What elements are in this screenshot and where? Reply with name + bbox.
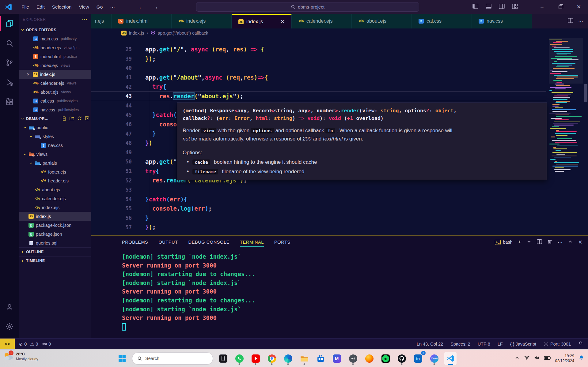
new-file-icon[interactable] (62, 116, 66, 122)
tree-item-header-ejs[interactable]: <%header.ejs (19, 176, 91, 185)
editor-tab-index-js[interactable]: JSindex.js✕ (232, 14, 292, 28)
taskbar-app-edge[interactable] (282, 352, 294, 365)
menu-item-file[interactable]: File (18, 3, 33, 11)
activity-scm-icon[interactable] (0, 53, 19, 73)
restore-button[interactable] (551, 0, 570, 14)
tree-item-package-lock-json[interactable]: {}package-lock.json (19, 221, 91, 230)
open-editor-item[interactable]: <%about.ejsviews (19, 88, 91, 96)
editor-tab-index-ejs[interactable]: <%index.ejs (172, 14, 232, 28)
taskbar-app-github[interactable] (396, 352, 408, 365)
open-editor-item[interactable]: <%index.ejsviews (19, 61, 91, 70)
taskbar-app-phone-link[interactable] (217, 352, 229, 365)
code-editor[interactable]: 25app.get("/", async (req, res) => {39})… (91, 38, 588, 235)
scrollbar-thumb[interactable] (584, 84, 587, 102)
open-editor-item[interactable]: ×JSindex.js (19, 70, 91, 79)
menu-item-go[interactable]: Go (93, 3, 107, 11)
taskbar-search[interactable]: Search (132, 352, 213, 365)
customize-layout-icon[interactable] (512, 4, 518, 10)
activity-search-icon[interactable] (0, 33, 19, 53)
start-button[interactable] (116, 352, 128, 365)
panel-tab-output[interactable]: OUTPUT (158, 236, 178, 249)
back-arrow-icon[interactable]: ← (138, 3, 144, 10)
taskbar-app-spotify[interactable] (379, 352, 392, 365)
maximize-panel-icon[interactable] (568, 239, 573, 245)
battery-icon[interactable] (544, 356, 551, 361)
minimize-button[interactable]: – (533, 0, 551, 14)
taskbar-app-settings[interactable] (347, 352, 359, 365)
status-lf[interactable]: LF (498, 342, 503, 346)
menu-item-edit[interactable]: Edit (33, 3, 48, 11)
tree-item-package-json[interactable]: {}package.json (19, 230, 91, 238)
open-editor-item[interactable]: <%header.ejsviews\p... (19, 43, 91, 52)
taskbar-app-youtube[interactable] (249, 352, 262, 365)
taskbar-app-linkedin[interactable]: in2 (412, 352, 424, 365)
open-editors-header[interactable]: OPEN EDITORS (19, 25, 91, 34)
tree-item-about-ejs[interactable]: <%about.ejs (19, 185, 91, 194)
tree-item-nav-css[interactable]: 3nav.css (19, 141, 91, 150)
tab-close-icon[interactable]: ✕ (280, 18, 285, 25)
close-button[interactable]: ✕ (570, 0, 588, 14)
activity-debug-icon[interactable] (0, 73, 19, 92)
tree-item-queries-sql[interactable]: queries.sql (19, 238, 91, 247)
more-actions-icon[interactable]: ⋯ (578, 18, 583, 24)
command-center-search[interactable]: dbms-project (196, 2, 419, 12)
explorer-more-icon[interactable]: ⋯ (82, 16, 88, 23)
minimap[interactable] (549, 39, 583, 210)
taskbar-app-firefox[interactable] (363, 352, 375, 365)
editor-tab-cal-css[interactable]: 3cal.css (412, 14, 472, 28)
taskbar-app-whatsapp[interactable] (233, 352, 245, 365)
editor-tab-nav-css[interactable]: 3nav.css (472, 14, 532, 28)
panel-tab-debug-console[interactable]: DEBUG CONSOLE (188, 236, 230, 249)
refresh-icon[interactable] (77, 116, 82, 122)
open-editor-item[interactable]: <%calender.ejsviews (19, 79, 91, 88)
menu-item-view[interactable]: View (75, 3, 93, 11)
menu-item-[interactable]: ··· (106, 3, 119, 11)
notification-bell-icon[interactable] (578, 355, 584, 362)
project-section-header[interactable]: DBMS-PR... (19, 114, 91, 123)
broadcast-status[interactable]: 0 (42, 342, 51, 346)
open-editor-item[interactable]: 3nav.csspublic\styles (19, 105, 91, 114)
terminal-dropdown-icon[interactable] (526, 239, 532, 245)
activity-extensions-icon[interactable] (0, 92, 19, 112)
panel-tab-problems[interactable]: PROBLEMS (122, 236, 148, 249)
close-editor-icon[interactable]: × (26, 72, 31, 77)
new-terminal-icon[interactable]: + (518, 239, 521, 245)
activity-explorer-icon[interactable] (0, 14, 19, 33)
notifications-bell-icon[interactable] (578, 341, 583, 347)
forward-arrow-icon[interactable]: → (152, 3, 158, 10)
taskbar-clock[interactable]: 19:29 02/12/2024 (555, 354, 574, 364)
taskbar-app-vscode[interactable] (444, 352, 457, 365)
taskbar-app-microsoft-store[interactable] (314, 352, 327, 365)
status-utf-8[interactable]: UTF-8 (478, 342, 490, 346)
breadcrumb[interactable]: JS index.js › app.get("/about") callback (91, 28, 588, 38)
terminal-output[interactable]: [nodemon] starting `node index.js`Server… (91, 249, 588, 331)
problems-status[interactable]: ⊘0 ⚠0 (19, 342, 38, 346)
remote-indicator[interactable]: >< (0, 339, 15, 350)
shell-selector[interactable]: >_ bash (495, 240, 512, 245)
tree-item-styles[interactable]: ≡styles (19, 132, 91, 141)
toggle-sidebar-icon[interactable] (472, 4, 478, 10)
tree-item-partials[interactable]: +partials (19, 159, 91, 167)
status-port--3001[interactable]: Port: 3001 (544, 342, 571, 346)
panel-tab-ports[interactable]: PORTS (274, 236, 290, 249)
editor-tab-index-html[interactable]: 5index.html (112, 14, 172, 28)
weather-widget[interactable]: 1 26°C Mostly cloudy (3, 352, 38, 361)
panel-tab-terminal[interactable]: TERMINAL (240, 236, 264, 249)
editor-tab-calender-ejs[interactable]: <%calender.ejs (292, 14, 352, 28)
tree-item-footer-ejs[interactable]: <%footer.ejs (19, 167, 91, 176)
kill-terminal-icon[interactable] (547, 239, 552, 245)
open-editor-item[interactable]: 3main.csspublic\sty... (19, 34, 91, 43)
open-editor-item[interactable]: 3cal.csspublic\styles (19, 96, 91, 105)
taskbar-app-microsoft-365[interactable]: M (331, 352, 343, 365)
panel-more-icon[interactable]: ⋯ (558, 239, 563, 245)
breadcrumb-file[interactable]: index.js (129, 31, 144, 36)
activity-gear-icon[interactable] (0, 317, 19, 336)
outline-section[interactable]: OUTLINE (19, 247, 91, 256)
editor-tab-about-ejs[interactable]: <%about.ejs (352, 14, 412, 28)
toggle-secondary-sidebar-icon[interactable] (499, 4, 505, 10)
tree-item-public[interactable]: ⊕public (19, 123, 91, 132)
taskbar-app-file-explorer[interactable] (298, 352, 310, 365)
volume-icon[interactable] (534, 355, 540, 361)
editor-tab-r-ejs[interactable]: r.ejs (91, 14, 112, 28)
tree-item-views[interactable]: <>views (19, 150, 91, 159)
